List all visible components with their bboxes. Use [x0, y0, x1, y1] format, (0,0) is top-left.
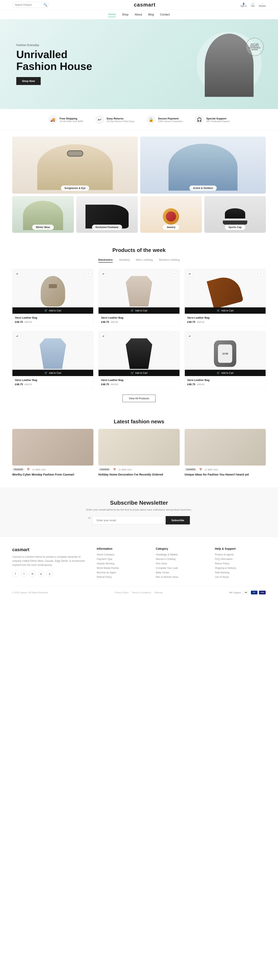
footer-link-womens[interactable]: Women's Clothing	[156, 558, 207, 560]
footer-link-shipping[interactable]: Shipping & Delivery	[215, 566, 266, 570]
newsletter-title: Subscribe Newsletter	[12, 500, 266, 506]
wishlist-btn-6[interactable]: ♡	[258, 333, 264, 339]
hero-title: Unrivalled Fashion House	[16, 49, 92, 72]
price-old-6: £68.00	[197, 383, 204, 386]
newsletter-email-input[interactable]	[92, 516, 166, 525]
news-tag-1: FASHION	[12, 468, 24, 471]
instagram-icon[interactable]: in	[29, 571, 36, 577]
footer-privacy-link[interactable]: Privacy Policy	[115, 591, 128, 594]
compare-btn-4[interactable]: ⇄	[14, 333, 20, 339]
compare-btn-2[interactable]: ⇄	[101, 271, 106, 277]
footer-link-men-women-shoe[interactable]: Men & Women Shoe	[156, 576, 207, 579]
footer-link-agent[interactable]: Become an Agent	[97, 571, 148, 574]
product-img-2: ⇄ ♡ 🛒 Add to Cart	[98, 269, 179, 314]
price-current-2: £48.75	[101, 320, 109, 323]
footer-terms-link[interactable]: Terms & Conditions	[132, 591, 151, 594]
nav-blog[interactable]: Blog	[148, 12, 154, 17]
footer-link-shops[interactable]: List of Shops	[215, 576, 266, 579]
news-title-3: Unique Ideas for Fashion You Haven't hea…	[185, 473, 266, 477]
search-input[interactable]	[15, 3, 43, 6]
nav-about[interactable]: About	[135, 12, 142, 17]
category-jewelry[interactable]: Jewelry	[140, 196, 202, 233]
footer-link-about[interactable]: About Company	[97, 553, 148, 556]
wishlist-btn-3[interactable]: ♡	[258, 271, 264, 277]
nav-shop[interactable]: Shop	[122, 12, 129, 17]
search-wrap[interactable]: 🔍	[12, 2, 49, 8]
footer-link-banking[interactable]: Safe Banking	[215, 571, 266, 574]
footer-link-media[interactable]: World Media Partner	[97, 566, 148, 570]
wishlist-btn-4[interactable]: ♡	[85, 333, 91, 339]
footer-link-return[interactable]: Return Policy	[215, 562, 266, 565]
compare-btn-1[interactable]: ⇄	[14, 271, 20, 277]
category-active-outdoor[interactable]: Active & Outdoor	[140, 137, 266, 194]
tab-electronics[interactable]: Electronics	[98, 258, 113, 262]
wishlist-btn-1[interactable]: ♡	[85, 271, 91, 277]
footer-copyright: © 2022 Straum. All Rights Reserved	[12, 591, 48, 594]
footer-link-refund[interactable]: Refund Policy	[97, 576, 148, 579]
tab-womens-clothing[interactable]: Women's clothing	[159, 258, 180, 262]
nav-home[interactable]: Home	[108, 12, 116, 17]
news-tag-2: FASHION	[98, 468, 111, 471]
cart-button[interactable]: 🛒 Cart	[251, 3, 255, 7]
tab-mens-clothing[interactable]: Men's clothing	[136, 258, 153, 262]
news-card-2[interactable]: FASHION 📅 31 MAR 2021 Holiday Home Decor…	[98, 429, 180, 479]
site-logo[interactable]: casmart	[134, 2, 155, 8]
footer-link-baby[interactable]: Baby Center	[156, 571, 207, 574]
category-sports-cap[interactable]: Sports Cap	[204, 196, 266, 233]
tab-jewellery[interactable]: Jewellery	[119, 258, 130, 262]
news-card-1[interactable]: FASHION 📅 31 MAR 2021 Worthy Cyber Monda…	[12, 429, 93, 479]
footer-link-plus-sizes[interactable]: Plus Sizes	[156, 562, 207, 565]
news-card-3[interactable]: FASHION 📅 31 MAR 2021 Unique Ideas for F…	[185, 429, 266, 479]
sunglasses-cat-image	[12, 137, 138, 194]
facebook-icon[interactable]: f	[12, 571, 19, 577]
price-current-6: £48.75	[187, 383, 195, 386]
category-sunglasses[interactable]: Sunglasses & Eye	[12, 137, 138, 194]
add-to-cart-label-4: Add to Cart	[49, 372, 61, 374]
add-to-cart-2[interactable]: 🛒 Add to Cart	[98, 307, 179, 314]
news-title-1: Worthy Cyber Monday Fashion From Casmart	[12, 473, 93, 477]
compare-btn-3[interactable]: ⇄	[187, 271, 193, 277]
newsletter-subscribe-button[interactable]: Subscribe	[166, 516, 190, 525]
add-to-cart-5[interactable]: 🛒 Add to Cart	[98, 370, 179, 376]
twitter-icon[interactable]: t	[21, 571, 27, 577]
wishlist-button[interactable]: ♡ Wishlist	[259, 3, 266, 7]
news-info-3: FASHION 📅 31 MAR 2021 Unique Ideas for F…	[185, 466, 266, 479]
youtube-icon[interactable]: y	[46, 571, 53, 577]
footer-link-awards[interactable]: Awards Winning	[97, 562, 148, 565]
wishlist-btn-2[interactable]: ♡	[172, 271, 177, 277]
news-info-1: FASHION 📅 31 MAR 2021 Worthy Cyber Monda…	[12, 466, 93, 479]
category-exclusive-footwear[interactable]: Exclusive Footwear	[76, 196, 138, 233]
hero-title-line2: Fashion House	[16, 60, 92, 72]
product-name-4: Varsi Leather Bag	[15, 379, 91, 382]
add-to-cart-1[interactable]: 🛒 Add to Cart	[13, 307, 93, 314]
footer-link-product-agents[interactable]: Product & Agents	[215, 553, 266, 556]
compare-btn-5[interactable]: ⇄	[101, 333, 106, 339]
news-date-3: 31 MAR 2021	[205, 468, 218, 471]
footer-brand-col: casmart Casmart is a fashion theme for p…	[12, 547, 88, 580]
product-info-6: Varsi Leather Bag £48.75 £68.00	[185, 376, 265, 388]
product-info-4: Varsi Leather Bag £48.75 £68.00	[13, 376, 93, 388]
footer-link-complete-look[interactable]: Complete Your Look	[156, 566, 207, 570]
footer-link-faq[interactable]: FAQ Information	[215, 558, 266, 560]
add-to-cart-3[interactable]: 🛒 Add to Cart	[185, 307, 265, 314]
footer-link-handbags[interactable]: Handbags & Wallets	[156, 553, 207, 556]
shop-now-button[interactable]: Shop Now	[16, 77, 41, 85]
newsletter-section: Subscribe Newsletter Enter your email be…	[0, 487, 278, 537]
nav-contact[interactable]: Contact	[160, 12, 170, 17]
product-price-2: £48.75 £68.00	[101, 320, 177, 323]
product-info-1: Varsi Leather Bag £48.75 £68.00	[13, 314, 93, 326]
view-all-products-button[interactable]: View All Products	[123, 395, 155, 402]
footer-sitemap-link[interactable]: Sitemap	[155, 591, 163, 594]
calendar-icon-1: 📅	[27, 468, 30, 471]
footer-link-payment[interactable]: Payment Type	[97, 558, 148, 560]
cart-icon-5: 🛒	[131, 371, 134, 374]
category-winter-wear[interactable]: Winter Wear	[12, 196, 74, 233]
add-to-cart-4[interactable]: 🛒 Add to Cart	[13, 370, 93, 376]
feature-returns-title: Easy Returns	[107, 117, 134, 120]
sign-in-button[interactable]: 👤 Sign In	[240, 3, 246, 7]
wishlist-btn-5[interactable]: ♡	[172, 333, 177, 339]
add-to-cart-6[interactable]: 🛒 Add to Cart	[185, 370, 265, 376]
compare-btn-6[interactable]: ⇄	[187, 333, 193, 339]
pinterest-icon[interactable]: p	[38, 571, 44, 577]
categories-section: Sunglasses & Eye Active & Outdoor Winter…	[0, 130, 278, 239]
